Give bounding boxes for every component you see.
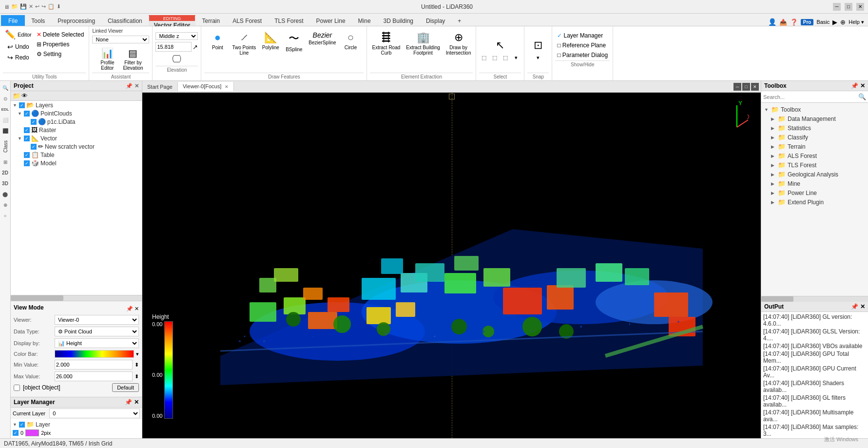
output-content[interactable]: [14:07:40] [LiDAR360] GL version: 4.6.0.… (761, 312, 868, 438)
layer0-checkbox[interactable]: ✓ (13, 430, 19, 436)
output-close-button[interactable]: ✕ (860, 303, 865, 310)
tab-classification[interactable]: Classification (101, 15, 149, 26)
viewer-close-button[interactable]: ✕ (751, 83, 759, 91)
help-icon[interactable]: ❓ (790, 19, 798, 26)
user-icon[interactable]: 👤 (768, 18, 776, 26)
viewer-restore-button[interactable]: □ (742, 83, 750, 91)
tab-preprocessing[interactable]: Preprocessing (51, 15, 101, 26)
tool8-button[interactable]: ○ (0, 211, 10, 220)
tab-display[interactable]: Display (420, 15, 451, 26)
undo-button[interactable]: ↩ Undo (5, 42, 31, 52)
layer-group-checkbox[interactable]: ✓ (19, 422, 25, 428)
vector-checkbox[interactable]: ✓ (24, 136, 30, 141)
toolbox-geological-analysis[interactable]: ▶ 📁 Geological Analysis (761, 170, 868, 179)
tool5-button[interactable]: ⊞ (0, 157, 10, 167)
select-expand-button[interactable]: ▾ (511, 54, 521, 62)
minimize-button[interactable]: ─ (833, 3, 841, 11)
tree-item-model[interactable]: ✓ 🎲 Model (11, 159, 142, 167)
layer-manager-close-button[interactable]: ✕ (134, 399, 139, 406)
tree-item-vector[interactable]: ▼ ✓ 📐 Vector (11, 134, 142, 142)
tool7-button[interactable]: ⊕ (0, 200, 10, 210)
toolbox-statistics[interactable]: ▶ 📁 Statistics (761, 123, 868, 133)
display-by-select[interactable]: 📊 Height (55, 338, 139, 348)
tab-mine[interactable]: Mine (352, 15, 377, 26)
select-sub3-button[interactable]: ⬚ (501, 54, 510, 62)
extract-building-footprint-button[interactable]: 🏢 Extract BuildingFootprint (404, 30, 442, 57)
draw-by-intersection-button[interactable]: ⊕ Draw byIntersection (444, 30, 473, 57)
select-sub1-button[interactable]: ⬚ (479, 54, 489, 62)
tab-vector-editor[interactable]: EDITING Vector Editor (149, 15, 196, 26)
edl-button[interactable]: EDL (0, 104, 10, 114)
tab-3d-building[interactable]: 3D Building (377, 15, 420, 26)
project-scrollbar-h[interactable] (11, 295, 142, 301)
tree-item-p1c[interactable]: ✓ 🔵 p1c.LiData (11, 117, 142, 126)
view-mode-pin-button[interactable]: 📌 (126, 306, 133, 312)
toolbox-extend-plugin[interactable]: ▶ 📁 Extend Plugin (761, 197, 868, 207)
tab-als-forest[interactable]: ALS Forest (226, 15, 268, 26)
share-icon[interactable]: 📤 (779, 19, 787, 26)
glass-tool-button[interactable]: 🔍 (0, 83, 10, 93)
redo-button[interactable]: ↪ Redo (5, 53, 31, 62)
two-points-line-button[interactable]: ⟋ Two PointsLine (230, 30, 258, 57)
pointclouds-checkbox[interactable]: ✓ (24, 111, 30, 117)
toolbox-search-icon[interactable]: 🔍 (858, 93, 866, 100)
toolbox-close-button[interactable]: ✕ (860, 82, 865, 89)
tree-item-raster[interactable]: ✓ 🖼 Raster (11, 126, 142, 134)
max-value-spin[interactable]: ⬍ (135, 373, 139, 380)
editor-button[interactable]: ✏️ Editor (3, 28, 34, 41)
tab-file[interactable]: File (1, 15, 25, 26)
layers-checkbox[interactable]: ✓ (19, 102, 25, 108)
toolbox-pin-button[interactable]: 📌 (851, 82, 858, 89)
toolbox-root[interactable]: ▼ 📁 Toolbox (761, 105, 868, 114)
current-layer-select[interactable]: 0 (49, 409, 140, 418)
2d-button[interactable]: 2D (0, 168, 10, 177)
toolbox-mine[interactable]: ▶ 📁 Mine (761, 179, 868, 188)
toolbox-als-forest[interactable]: ▶ 📁 ALS Forest (761, 151, 868, 160)
project-pin-button[interactable]: 📌 (126, 83, 133, 89)
properties-button[interactable]: ⊞ Properties (35, 40, 86, 49)
maximize-button[interactable]: □ (845, 3, 852, 11)
tab-tls-forest[interactable]: TLS Forest (268, 15, 309, 26)
layer-group-item[interactable]: ▼ ✓ 📁 Layer (11, 420, 142, 429)
tab-terrain[interactable]: Terrain (195, 15, 226, 26)
filter-by-elevation-button[interactable]: ▤ Filter byElevation (121, 46, 145, 72)
tab-power-line[interactable]: Power Line (310, 15, 352, 26)
snap-button[interactable]: ⊡ (527, 38, 549, 53)
tab-start-page[interactable]: Start Page (142, 82, 178, 91)
toolbox-data-management[interactable]: ▶ 📁 Data Management (761, 114, 868, 123)
help-text[interactable]: Help ▾ (849, 19, 864, 25)
raster-checkbox[interactable]: ✓ (24, 127, 30, 133)
snap-expand-button[interactable]: ▾ (527, 54, 549, 62)
setting-button[interactable]: ⚙ Setting (35, 50, 86, 58)
tool4-button[interactable]: ⬛ (0, 126, 10, 136)
tool3-button[interactable]: ⬜ (0, 115, 10, 125)
linked-viewer-select[interactable]: None (92, 36, 149, 43)
project-close-button[interactable]: ✕ (135, 83, 139, 89)
stream-icon[interactable]: ▶ (832, 19, 837, 26)
close-button[interactable]: ✕ (856, 3, 864, 11)
bspline-button[interactable]: 〜 BSpline (283, 30, 305, 53)
layer-row-0[interactable]: ✓ 0 2pix (11, 429, 142, 437)
output-pin-button[interactable]: 📌 (851, 303, 858, 310)
viewer-minimize-button[interactable]: ─ (733, 83, 741, 91)
tree-item-layers[interactable]: ▼ ✓ 📂 Layers (11, 101, 142, 109)
toolbox-terrain[interactable]: ▶ 📁 Terrain (761, 142, 868, 151)
point-button[interactable]: ● Point (207, 30, 228, 51)
scratch-checkbox[interactable]: ✓ (31, 144, 37, 150)
select-sub2-button[interactable]: ⬚ (490, 54, 500, 62)
data-type-select[interactable]: ⚙ Point Cloud (55, 327, 139, 336)
max-value-input[interactable] (55, 371, 133, 381)
min-value-input[interactable] (55, 360, 133, 370)
tab-tools[interactable]: Tools (25, 15, 51, 26)
tree-item-new-scratch-vector[interactable]: ✓ ✏ New scratch vector (11, 142, 142, 151)
layer0-color[interactable] (25, 429, 39, 436)
3d-button[interactable]: 3D (0, 178, 10, 188)
hide-out-checkbox[interactable] (14, 385, 20, 391)
elevation-value-input[interactable] (155, 42, 192, 52)
extract-road-curb-button[interactable]: 🛤 Extract RoadCurb (370, 30, 402, 57)
project-tool1[interactable]: 📁 (13, 92, 20, 99)
toolbox-power-line[interactable]: ▶ 📁 Power Line (761, 188, 868, 197)
toolbox-tls-forest[interactable]: ▶ 📁 TLS Forest (761, 160, 868, 170)
circle-button[interactable]: ○ Circle (340, 30, 362, 51)
layer-manager-toggle[interactable]: ✓ Layer Manager (555, 31, 610, 40)
